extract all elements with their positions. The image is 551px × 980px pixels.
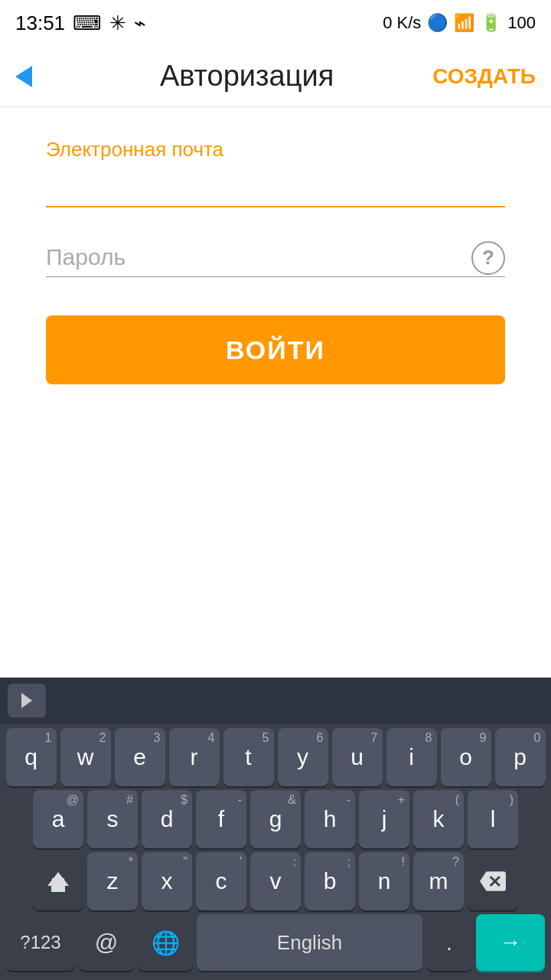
key-c[interactable]: 'c <box>196 852 246 910</box>
globe-key[interactable]: 🌐 <box>138 914 193 971</box>
num-key-label: ?123 <box>20 932 60 953</box>
key-b[interactable]: ;b <box>305 852 355 910</box>
at-key[interactable]: @ <box>79 914 134 971</box>
key-z[interactable]: *z <box>87 852 138 910</box>
battery-icon: 🔋 <box>481 13 501 33</box>
email-field-group: Электронная почта <box>46 138 505 207</box>
signal-icon: 📶 <box>454 13 474 33</box>
status-bar: 13:51 ⌨ ✳ ⌁ 0 K/s 🔵 📶 🔋 100 <box>0 0 551 46</box>
status-left: 13:51 ⌨ ✳ ⌁ <box>15 11 146 35</box>
key-s[interactable]: #s <box>87 790 138 848</box>
keyboard-row-2: @a #s $d -f &g -h +j (k )l <box>3 790 548 848</box>
help-icon[interactable]: ? <box>471 241 505 275</box>
key-m[interactable]: ?m <box>413 852 464 910</box>
num-key[interactable]: ?123 <box>6 914 75 971</box>
key-d[interactable]: $d <box>142 790 192 848</box>
expand-arrow-icon <box>21 693 32 708</box>
create-button[interactable]: СОЗДАТЬ <box>432 64 536 89</box>
keyboard-area: 1q 2w 3e 4r 5t 6y 7u 8i 9o 0p @a #s $d -… <box>0 678 551 980</box>
key-i[interactable]: 8i <box>386 728 437 786</box>
space-key-label: English <box>277 931 342 955</box>
key-k[interactable]: (k <box>413 790 464 848</box>
keyboard-row-1: 1q 2w 3e 4r 5t 6y 7u 8i 9o 0p <box>3 728 548 786</box>
back-button[interactable] <box>15 66 61 87</box>
settings-icon: ✳ <box>109 11 126 35</box>
app-bar: Авторизация СОЗДАТЬ <box>0 46 551 107</box>
battery-level: 100 <box>507 13 536 33</box>
password-input[interactable] <box>46 238 505 277</box>
key-r[interactable]: 4r <box>169 728 220 786</box>
key-n[interactable]: !n <box>359 852 409 910</box>
keyboard-row-3: *z "x 'c :v ;b !n ?m <box>3 852 548 910</box>
form-area: Электронная почта ? ВОЙТИ <box>0 107 551 407</box>
delete-icon <box>480 868 506 894</box>
dot-key[interactable]: . <box>426 914 472 971</box>
key-e[interactable]: 3e <box>115 728 165 786</box>
enter-key[interactable]: → <box>476 914 545 971</box>
key-j[interactable]: +j <box>359 790 409 848</box>
key-h[interactable]: -h <box>305 790 355 848</box>
delete-key[interactable] <box>468 852 518 910</box>
at-key-label: @ <box>95 929 118 956</box>
page-title: Авторизация <box>61 60 432 93</box>
status-right: 0 K/s 🔵 📶 🔋 100 <box>383 13 536 33</box>
key-p[interactable]: 0p <box>495 728 546 786</box>
key-t[interactable]: 5t <box>223 728 274 786</box>
dot-key-label: . <box>446 929 452 956</box>
password-field-group: ? <box>46 238 505 277</box>
login-button[interactable]: ВОЙТИ <box>46 315 505 384</box>
keyboard-rows: 1q 2w 3e 4r 5t 6y 7u 8i 9o 0p @a #s $d -… <box>0 724 551 977</box>
key-g[interactable]: &g <box>250 790 301 848</box>
email-label: Электронная почта <box>46 138 505 162</box>
shift-key[interactable] <box>33 852 83 910</box>
network-speed: 0 K/s <box>383 13 421 33</box>
shift-icon <box>47 871 69 886</box>
keyboard-icon: ⌨ <box>73 11 102 35</box>
globe-icon: 🌐 <box>152 929 180 956</box>
key-v[interactable]: :v <box>250 852 301 910</box>
space-key[interactable]: English <box>197 914 422 971</box>
keyboard-expand-button[interactable] <box>8 684 46 717</box>
bluetooth-icon: 🔵 <box>427 13 448 33</box>
keyboard-suggestion-bar <box>0 678 551 724</box>
enter-icon: → <box>500 930 521 955</box>
usb-icon: ⌁ <box>134 11 146 35</box>
email-input[interactable] <box>46 168 505 207</box>
key-q[interactable]: 1q <box>6 728 57 786</box>
keyboard-bottom-row: ?123 @ 🌐 English . → <box>3 914 548 971</box>
key-f[interactable]: -f <box>196 790 246 848</box>
key-o[interactable]: 9o <box>441 728 491 786</box>
key-l[interactable]: )l <box>468 790 518 848</box>
status-time: 13:51 <box>15 11 65 35</box>
back-arrow-icon <box>15 66 32 87</box>
key-a[interactable]: @a <box>33 790 83 848</box>
key-u[interactable]: 7u <box>332 728 383 786</box>
key-x[interactable]: "x <box>142 852 192 910</box>
key-y[interactable]: 6y <box>278 728 328 786</box>
key-w[interactable]: 2w <box>60 728 111 786</box>
